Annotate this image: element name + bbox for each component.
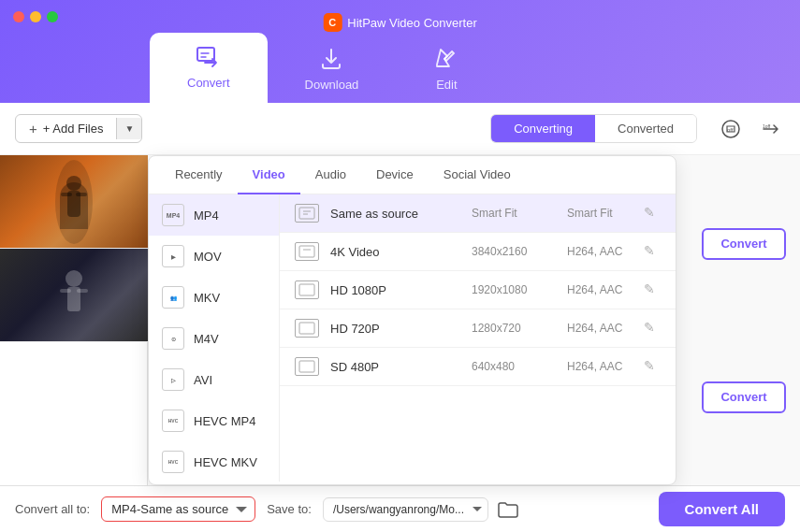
close-button[interactable] <box>13 11 24 22</box>
format-tab-device[interactable]: Device <box>361 156 429 194</box>
toolbar-icons: off 1off <box>716 114 785 144</box>
mp4-icon: MP4 <box>162 204 184 226</box>
tab-converted[interactable]: Converted <box>595 115 696 142</box>
format-hevc-mp4[interactable]: HVC HEVC MP4 <box>149 400 279 441</box>
video-item-1[interactable] <box>0 155 148 249</box>
format-right-list: Same as source Smart Fit Smart Fit ✎ 4K … <box>280 194 676 482</box>
minimize-button[interactable] <box>30 11 41 22</box>
svg-rect-21 <box>299 323 314 334</box>
hevc-mkv-icon: HVC <box>162 451 184 473</box>
toolbar: + + Add Files ▼ Converting Converted off… <box>0 103 800 155</box>
svg-rect-14 <box>77 289 88 293</box>
add-files-dropdown-arrow[interactable]: ▼ <box>116 118 141 139</box>
svg-rect-13 <box>60 289 71 293</box>
format-mov[interactable]: ▶ MOV <box>149 236 279 277</box>
svg-text:off: off <box>727 127 734 133</box>
nav-tab-convert[interactable]: Convert <box>150 33 268 103</box>
bottom-bar: Convert all to: MP4-Same as source Save … <box>0 485 800 532</box>
nav-tab-download[interactable]: Download <box>268 35 397 103</box>
svg-rect-18 <box>299 246 314 257</box>
acceleration-icon[interactable]: 1off <box>755 114 785 144</box>
nav-tab-edit[interactable]: Edit <box>396 35 497 103</box>
quality-hd-1080p[interactable]: HD 1080P 1920x1080 H264, AAC ✎ <box>280 271 676 309</box>
m4v-icon: ⊙ <box>162 327 184 350</box>
format-hevc-mkv[interactable]: HVC HEVC MKV <box>149 441 279 482</box>
format-avi[interactable]: ▷ AVI <box>149 359 279 400</box>
save-to-label: Save to: <box>267 502 312 516</box>
svg-rect-15 <box>299 208 314 219</box>
save-path: /Users/wangyanrong/Mo... <box>323 496 522 524</box>
svg-rect-7 <box>67 191 80 217</box>
quality-same-as-source[interactable]: Same as source Smart Fit Smart Fit ✎ <box>280 194 676 233</box>
quality-edit-icon-0[interactable]: ✎ <box>644 205 661 222</box>
hevc-mp4-icon: HVC <box>162 410 184 432</box>
converting-converted-tabs: Converting Converted <box>490 114 697 143</box>
quality-edit-icon-2[interactable]: ✎ <box>644 281 661 298</box>
quality-edit-icon-1[interactable]: ✎ <box>644 243 661 260</box>
speed-icon[interactable]: off <box>716 114 746 144</box>
convert-buttons-panel: Convert Convert <box>688 155 800 485</box>
app-logo: C <box>323 13 342 32</box>
svg-rect-8 <box>61 193 72 196</box>
mov-icon: ▶ <box>162 245 184 267</box>
quality-sd-480p[interactable]: SD 480P 640x480 H264, AAC ✎ <box>280 348 676 386</box>
quality-icon-720p <box>295 319 319 338</box>
format-mkv[interactable]: 👥 MKV <box>149 277 279 318</box>
svg-rect-9 <box>76 193 87 196</box>
convert-button-2[interactable]: Convert <box>702 381 786 413</box>
folder-icon[interactable] <box>494 496 522 524</box>
quality-icon-480p <box>295 357 319 376</box>
tab-converting[interactable]: Converting <box>491 115 595 142</box>
svg-text:1off: 1off <box>763 123 771 129</box>
quality-edit-icon-3[interactable]: ✎ <box>644 320 661 337</box>
add-files-label[interactable]: + + Add Files <box>16 115 116 142</box>
format-content: MP4 MP4 ▶ MOV 👥 MKV ⊙ M4V ▷ AVI <box>149 194 676 482</box>
title-bar: C HitPaw Video Converter Convert Downloa… <box>0 0 800 103</box>
svg-point-5 <box>55 160 93 244</box>
svg-point-6 <box>66 176 81 191</box>
app-title: C HitPaw Video Converter <box>323 13 477 32</box>
convert-button-1[interactable]: Convert <box>702 228 786 260</box>
convert-all-select[interactable]: MP4-Same as source <box>101 496 255 522</box>
quality-icon-1080p <box>295 280 319 299</box>
format-tab-social-video[interactable]: Social Video <box>429 156 526 194</box>
video-list <box>0 155 148 485</box>
format-panel: Recently Video Audio Device Social Video… <box>148 155 676 485</box>
quality-edit-icon-4[interactable]: ✎ <box>644 358 661 375</box>
main-content: Recently Video Audio Device Social Video… <box>0 155 800 485</box>
convert-all-label: Convert all to: <box>15 502 90 516</box>
quality-icon-same <box>295 204 319 223</box>
quality-hd-720p[interactable]: HD 720P 1280x720 H264, AAC ✎ <box>280 309 676 348</box>
format-mp4[interactable]: MP4 MP4 <box>149 194 279 236</box>
format-tab-audio[interactable]: Audio <box>300 156 361 194</box>
convert-all-button[interactable]: Convert All <box>659 492 785 526</box>
format-tab-recently[interactable]: Recently <box>160 156 238 194</box>
maximize-button[interactable] <box>47 11 58 22</box>
quality-4k[interactable]: 4K Video 3840x2160 H264, AAC ✎ <box>280 233 676 271</box>
svg-point-11 <box>65 270 82 287</box>
format-tab-video[interactable]: Video <box>238 156 300 194</box>
quality-icon-4k <box>295 242 319 261</box>
format-m4v[interactable]: ⊙ M4V <box>149 318 279 359</box>
svg-rect-22 <box>299 361 314 372</box>
save-path-select[interactable]: /Users/wangyanrong/Mo... <box>323 497 488 522</box>
format-left-list: MP4 MP4 ▶ MOV 👥 MKV ⊙ M4V ▷ AVI <box>149 194 280 482</box>
format-tabs: Recently Video Audio Device Social Video <box>149 156 676 194</box>
video-item-2[interactable] <box>0 249 148 342</box>
avi-icon: ▷ <box>162 368 184 391</box>
svg-rect-20 <box>299 284 314 295</box>
traffic-lights <box>13 11 58 22</box>
add-files-button[interactable]: + + Add Files ▼ <box>15 114 142 143</box>
mkv-icon: 👥 <box>162 286 184 309</box>
